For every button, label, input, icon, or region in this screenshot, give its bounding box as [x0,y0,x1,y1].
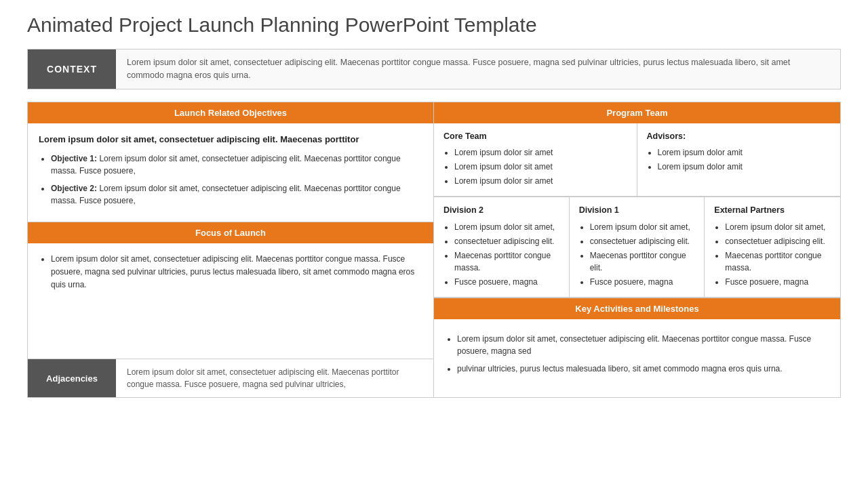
list-item: Maecenas porttitor congue massa. [725,249,831,274]
obj2-label: Objective 2: [51,184,97,193]
advisors-cell: Advisors: Lorem ipsum dolor amit Lorem i… [637,123,841,197]
list-item: Lorem ipsum dolor sir amet [454,175,627,187]
program-team-top-grid: Core Team Lorem ipsum dolor sir amet Lor… [434,123,840,198]
division1-title: Division 1 [579,204,695,217]
list-item: Fusce posuere, magna [454,276,559,288]
division2-title: Division 2 [443,204,559,217]
core-team-list: Lorem ipsum dolor sir amet Lorem ipsum d… [443,146,627,187]
context-bar: CONTEXT Lorem ipsum dolor sit amet, cons… [27,49,841,89]
list-item: pulvinar ultricies, purus lectus malesua… [457,363,829,375]
program-team-header: Program Team [434,102,840,123]
list-item: consectetuer adipiscing elit. [725,235,831,247]
key-activities-content: Lorem ipsum dolor sit amet, consectetuer… [434,319,840,390]
program-team-bottom-grid: Division 2 Lorem ipsum dolor sit amet, c… [434,197,840,298]
key-activities-list: Lorem ipsum dolor sit amet, consectetuer… [445,333,829,375]
context-label: CONTEXT [28,49,116,89]
list-item: Lorem ipsum dolor sit amet, [454,221,559,233]
list-item: Objective 1: Lorem ipsum dolor sit amet,… [51,152,422,177]
focus-section: Focus of Launch Lorem ipsum dolor sit am… [28,222,433,359]
obj2-text: Lorem ipsum dolor sit amet, consectetuer… [51,184,401,205]
obj1-label: Objective 1: [51,154,97,163]
main-grid: Launch Related Objectives Lorem ipsum do… [27,102,841,399]
list-item: Lorem ipsum dolor sit amet [454,161,627,173]
context-text: Lorem ipsum dolor sit amet, consectetuer… [116,49,840,89]
list-item: Lorem ipsum dolor amit [658,146,831,159]
obj1-text: Lorem ipsum dolor sit amet, consectetuer… [51,154,401,176]
advisors-list: Lorem ipsum dolor amit Lorem ipsum dolor… [647,146,831,173]
adjacencies-bar: Adjacencies Lorem ipsum dolor sit amet, … [28,359,433,397]
adjacencies-label: Adjacencies [28,359,116,397]
external-partners-title: External Partners [714,204,831,217]
key-activities-header: Key Activities and Milestones [434,298,840,319]
division1-list: Lorem ipsum dolor sit amet, consectetuer… [579,221,695,288]
key-activities-section: Key Activities and Milestones Lorem ipsu… [434,298,840,390]
division2-cell: Division 2 Lorem ipsum dolor sit amet, c… [434,197,570,297]
list-item: Maecenas porttitor congue elit. [590,249,695,274]
external-partners-list: Lorem ipsum dolor sit amet, consectetuer… [714,221,831,288]
list-item: Objective 2: Lorem ipsum dolor sit amet,… [51,182,422,207]
core-team-cell: Core Team Lorem ipsum dolor sir amet Lor… [434,123,637,197]
objectives-list: Objective 1: Lorem ipsum dolor sit amet,… [39,152,422,207]
list-item: consectetuer adipiscing elit. [590,235,695,247]
list-item: Fusce posuere, magna [590,276,695,288]
left-column: Launch Related Objectives Lorem ipsum do… [28,102,434,398]
focus-content: Lorem ipsum dolor sit amet, consectetuer… [28,243,433,359]
list-item: Fusce posuere, magna [725,276,831,288]
objectives-content: Lorem ipsum dolor sit amet, consectetuer… [28,123,433,222]
list-item: Maecenas porttitor congue massa. [454,249,559,274]
division1-cell: Division 1 Lorem ipsum dolor sit amet, c… [570,197,705,297]
core-team-title: Core Team [443,130,627,143]
page-title: Animated Project Launch Planning PowerPo… [27,14,841,37]
objectives-intro: Lorem ipsum dolor sit amet, consectetuer… [39,133,422,146]
right-column: Program Team Core Team Lorem ipsum dolor… [434,102,840,398]
adjacencies-text: Lorem ipsum dolor sit amet, consectetuer… [116,359,433,397]
external-partners-cell: External Partners Lorem ipsum dolor sit … [705,197,840,297]
focus-list: Lorem ipsum dolor sit amet, consectetuer… [39,253,422,292]
list-item: Lorem ipsum dolor sir amet [454,146,627,159]
list-item: Lorem ipsum dolor sit amet, [725,221,831,233]
focus-header: Focus of Launch [28,222,433,243]
advisors-title: Advisors: [647,130,831,143]
list-item: consectetuer adipiscing elit. [454,235,559,247]
list-item: Lorem ipsum dolor sit amet, consectetuer… [51,253,422,292]
list-item: Lorem ipsum dolor sit amet, [590,221,695,233]
list-item: Lorem ipsum dolor amit [658,161,831,173]
division2-list: Lorem ipsum dolor sit amet, consectetuer… [443,221,559,288]
objectives-header: Launch Related Objectives [28,102,433,123]
list-item: Lorem ipsum dolor sit amet, consectetuer… [457,333,829,357]
